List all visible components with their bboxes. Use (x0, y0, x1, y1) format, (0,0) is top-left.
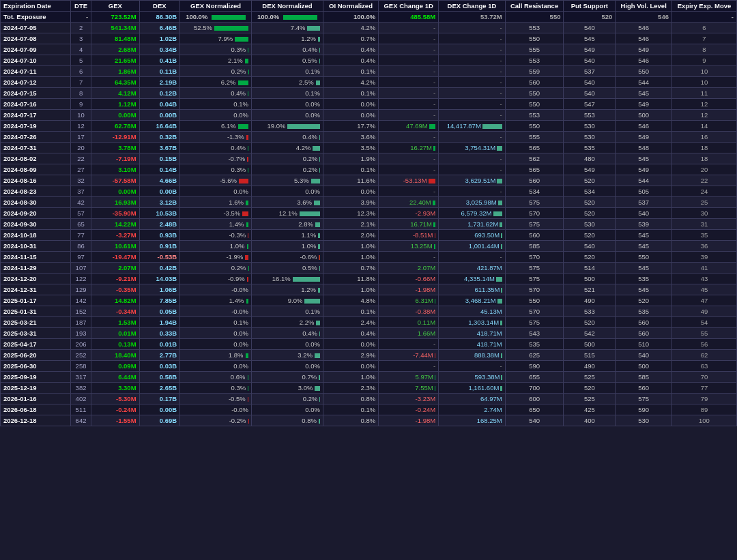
row-gex-norm: 0.3% (180, 383, 252, 394)
tot-dex-norm: 100.0% (252, 12, 323, 23)
row-dex: 14.03B (139, 274, 180, 284)
row-call-res: 700 (505, 383, 564, 394)
col-header-oi-norm: OI Normalized (323, 1, 378, 12)
row-dex-norm: 0.1% (252, 306, 323, 317)
row-gex-change: -3.23M (379, 394, 439, 404)
row-gex-change: - (379, 99, 439, 110)
row-gex: 1.53M (91, 317, 139, 328)
table-row: 2026-01-16 402 -5.30M 0.17B -0.5% 0.2% 0… (1, 394, 737, 404)
row-gex-norm: -0.5% (180, 394, 252, 404)
row-dex: 0.12B (139, 88, 180, 99)
row-dte: 642 (70, 415, 91, 426)
row-dte: 5 (70, 55, 91, 66)
row-expiry-date: 2025-06-20 (1, 350, 71, 361)
row-gex-change: - (379, 110, 439, 121)
row-gex-change: 1.66M (379, 328, 439, 339)
row-gex-change: 47.69M (379, 121, 439, 132)
row-dex-norm: 0.2% (252, 164, 323, 175)
row-high-vol: 537 (616, 197, 672, 208)
row-put-sup: 525 (564, 394, 616, 404)
row-dex: 0.00B (139, 404, 180, 415)
row-oi-norm: 1.0% (323, 284, 378, 295)
row-expiry-move: 22 (671, 175, 736, 186)
row-gex-norm: 0.4% (180, 88, 252, 99)
row-dex: 0.00B (139, 186, 180, 197)
row-expiry-date: 2024-07-09 (1, 44, 71, 55)
row-put-sup: 549 (564, 44, 616, 55)
row-dte: 187 (70, 317, 91, 328)
row-high-vol: 549 (616, 44, 672, 55)
row-dex-norm: 0.2% (252, 394, 323, 404)
row-expiry-move: 39 (671, 252, 736, 263)
row-expiry-move: 45 (671, 284, 736, 295)
row-expiry-move: 30 (671, 208, 736, 219)
table-row: 2025-04-17 206 0.13M 0.01B 0.0% 0.0% 0.0… (1, 339, 737, 350)
row-expiry-move: 6 (671, 23, 736, 33)
row-dex-norm: 0.7% (252, 372, 323, 383)
table-row: 2024-10-31 86 10.61M 0.91B 1.0% 1.0% 1.0… (1, 241, 737, 252)
row-dex-change: - (439, 110, 505, 121)
row-dex-norm: 0.0% (252, 99, 323, 110)
row-gex-change: - (379, 186, 439, 197)
row-dte: 206 (70, 339, 91, 350)
row-put-sup: 425 (564, 404, 616, 415)
tot-expiry-move: - (671, 12, 736, 23)
row-expiry-date: 2024-07-10 (1, 55, 71, 66)
row-expiry-move: 20 (671, 164, 736, 175)
row-gex: 3.10M (91, 164, 139, 175)
row-dex: 0.11B (139, 66, 180, 77)
tot-oi-norm: 100.0% (323, 12, 378, 23)
row-put-sup: 500 (564, 339, 616, 350)
row-dex-change: 1,303.14M (439, 317, 505, 328)
row-dex-norm: 2.8% (252, 219, 323, 230)
row-dex-norm: 3.6% (252, 197, 323, 208)
row-call-res: 600 (505, 394, 564, 404)
row-call-res: 550 (505, 88, 564, 99)
row-gex-change: - (379, 44, 439, 55)
row-dex: 0.58B (139, 372, 180, 383)
row-gex-change: - (379, 33, 439, 44)
row-dex-change: - (439, 23, 505, 33)
row-gex: -0.34M (91, 306, 139, 317)
row-expiry-move: 9 (671, 55, 736, 66)
row-dex: 0.00B (139, 110, 180, 121)
row-gex-norm: 1.6% (180, 197, 252, 208)
tot-call-res: 550 (505, 12, 564, 23)
row-call-res: 540 (505, 415, 564, 426)
row-high-vol: 540 (616, 350, 672, 361)
col-header-dex-norm: DEX Normalized (252, 1, 323, 12)
row-put-sup: 540 (564, 77, 616, 88)
row-expiry-move: 24 (671, 186, 736, 197)
row-high-vol: 545 (616, 88, 672, 99)
row-expiry-date: 2024-11-15 (1, 252, 71, 263)
row-dex-change: - (439, 164, 505, 175)
row-gex-norm: 52.5% (180, 23, 252, 33)
tot-put-sup: 520 (564, 12, 616, 23)
row-dex-norm: 0.0% (252, 186, 323, 197)
row-gex-change: -2.93M (379, 208, 439, 219)
row-expiry-date: 2024-08-02 (1, 153, 71, 164)
row-call-res: 655 (505, 372, 564, 383)
row-dex: 0.33B (139, 328, 180, 339)
row-dex-change: - (439, 132, 505, 143)
row-expiry-date: 2024-08-09 (1, 164, 71, 175)
row-call-res: 565 (505, 164, 564, 175)
table-row: 2024-08-23 37 0.00M 0.00B 0.0% 0.0% 0.0%… (1, 186, 737, 197)
row-oi-norm: 0.0% (323, 99, 378, 110)
row-call-res: 555 (505, 132, 564, 143)
row-expiry-move: 7 (671, 33, 736, 44)
row-dex-change: - (439, 99, 505, 110)
row-dte: 402 (70, 394, 91, 404)
table-body: Tot. Exposure - 723.52M 86.30B 100.0% 10… (1, 12, 737, 426)
row-oi-norm: 0.8% (323, 415, 378, 426)
table-row: 2024-07-12 7 64.35M 2.19B 6.2% 2.5% 4.2%… (1, 77, 737, 88)
row-high-vol: 585 (616, 372, 672, 383)
row-expiry-date: 2024-07-19 (1, 121, 71, 132)
row-dte: 252 (70, 350, 91, 361)
table-row: 2025-03-31 193 0.01M 0.33B 0.0% 0.4% 0.4… (1, 328, 737, 339)
row-put-sup: 537 (564, 66, 616, 77)
col-header-put-sup: Put Support (564, 1, 616, 12)
row-gex-norm: 0.2% (180, 66, 252, 77)
row-gex-change: -1.98M (379, 415, 439, 426)
row-call-res: 625 (505, 350, 564, 361)
